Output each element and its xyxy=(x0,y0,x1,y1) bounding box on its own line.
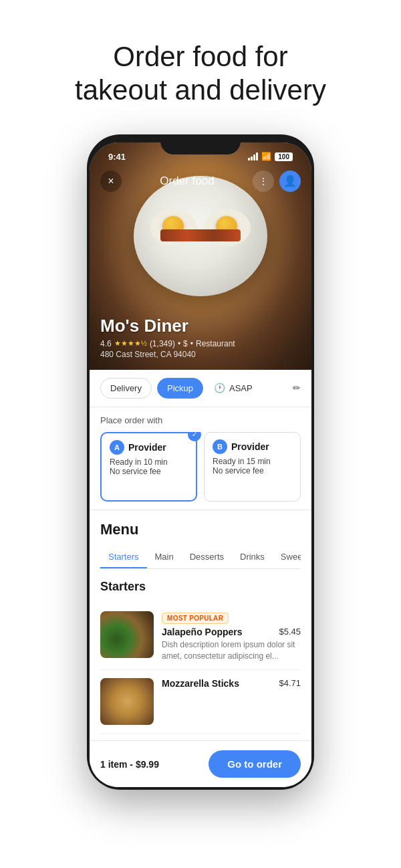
restaurant-rating: 4.6 xyxy=(100,339,112,348)
provider-b-ready: Ready in 15 min xyxy=(213,457,292,466)
tab-sweets[interactable]: Sweets & Treats xyxy=(273,546,301,568)
jalapeno-price: $5.45 xyxy=(279,627,301,637)
go-to-order-button[interactable]: Go to order xyxy=(209,750,301,778)
plate-visual xyxy=(134,176,267,296)
page-heading: Order food for takeout and delivery xyxy=(48,0,353,134)
provider-b-fee: No service fee xyxy=(213,466,292,475)
mozzarella-header: Mozzarella Sticks $4.71 xyxy=(162,678,301,691)
restaurant-category: Restaurant xyxy=(196,339,235,348)
clock-icon: 🕐 xyxy=(214,383,225,393)
review-count: (1,349) xyxy=(150,339,175,348)
top-bar-title: Order food xyxy=(160,175,214,188)
provider-a-fee: No service fee xyxy=(110,467,188,476)
tab-starters[interactable]: Starters xyxy=(100,546,147,568)
battery-icon: 100 xyxy=(275,152,293,161)
provider-a-ready: Ready in 10 min xyxy=(110,457,188,467)
more-options-button[interactable]: ⋮ xyxy=(253,171,274,192)
jalapeno-desc: Dish description lorem ipsum dolor sit a… xyxy=(162,639,301,662)
menu-item-mozzarella[interactable]: Mozzarella Sticks $4.71 xyxy=(100,670,301,734)
asap-section: 🕐 ASAP xyxy=(214,383,287,393)
providers-row: ✓ A Provider Ready in 10 min No service … xyxy=(100,432,301,502)
price-range: $ xyxy=(183,339,188,348)
mozzarella-info: Mozzarella Sticks $4.71 xyxy=(162,678,301,725)
menu-item-jalapeno[interactable]: MOST POPULAR Jalapeño Poppers $5.45 Dish… xyxy=(100,603,301,671)
jalapeno-info: MOST POPULAR Jalapeño Poppers $5.45 Dish… xyxy=(162,611,301,662)
profile-button[interactable]: 👤 xyxy=(279,171,301,192)
rating-stars: ★★★★½ xyxy=(114,339,147,348)
menu-section: Menu Starters Main Desserts Drinks Sweet… xyxy=(90,510,311,569)
pickup-tab[interactable]: Pickup xyxy=(157,378,203,399)
provider-a-header: A Provider xyxy=(110,440,188,455)
provider-b-badge: B xyxy=(213,439,227,454)
jalapeno-header: Jalapeño Poppers $5.45 xyxy=(162,627,301,639)
mozzarella-image xyxy=(100,678,154,725)
starters-section: Starters MOST POPULAR Jalapeño Poppers $… xyxy=(90,569,311,734)
mozzarella-image-bg xyxy=(100,678,154,725)
jalapeno-image-bg xyxy=(100,611,154,658)
asap-text: ASAP xyxy=(229,383,253,393)
menu-title: Menu xyxy=(100,521,301,538)
restaurant-name: Mo's Diner xyxy=(100,316,301,336)
top-bar-actions: ⋮ 👤 xyxy=(253,171,301,192)
provider-card-b[interactable]: B Provider Ready in 15 min No service fe… xyxy=(204,432,301,502)
content-area: Delivery Pickup 🕐 ASAP ✏ Place order wit… xyxy=(90,370,311,788)
signal-icon xyxy=(248,152,258,160)
selected-checkmark-icon: ✓ xyxy=(188,432,201,441)
separator-1: • xyxy=(178,339,180,348)
status-time: 9:41 xyxy=(108,152,126,162)
bacon-strip xyxy=(160,229,241,241)
more-icon: ⋮ xyxy=(259,176,268,187)
order-type-bar: Delivery Pickup 🕐 ASAP ✏ xyxy=(90,370,311,407)
menu-tabs: Starters Main Desserts Drinks Sweets & T… xyxy=(100,546,301,569)
provider-a-badge: A xyxy=(110,440,124,455)
top-navigation-bar: × Order food ⋮ 👤 xyxy=(90,171,311,192)
phone-notch xyxy=(160,134,241,154)
wifi-icon: 📶 xyxy=(261,152,271,161)
mozzarella-price: $4.71 xyxy=(279,678,301,688)
edit-icon[interactable]: ✏ xyxy=(293,383,301,393)
delivery-tab[interactable]: Delivery xyxy=(100,378,152,399)
separator-2: • xyxy=(190,339,193,348)
hero-image: 9:41 📶 100 xyxy=(90,142,311,370)
phone-screen: 9:41 📶 100 xyxy=(90,142,311,788)
provider-card-a[interactable]: ✓ A Provider Ready in 10 min No service … xyxy=(100,432,197,502)
provider-a-name: Provider xyxy=(128,442,166,453)
order-summary: 1 item - $9.99 xyxy=(100,759,159,770)
tab-main[interactable]: Main xyxy=(147,546,182,568)
bottom-bar: 1 item - $9.99 Go to order xyxy=(90,740,311,787)
status-icons: 📶 100 xyxy=(248,152,293,161)
phone-shell: 9:41 📶 100 xyxy=(87,134,314,790)
profile-icon: 👤 xyxy=(283,175,297,187)
provider-section: Place order with ✓ A Provider Ready in 1… xyxy=(90,407,311,510)
restaurant-meta: 4.6 ★★★★½ (1,349) • $ • Restaurant xyxy=(100,339,301,348)
tab-drinks[interactable]: Drinks xyxy=(232,546,273,568)
restaurant-address: 480 Cast Street, CA 94040 xyxy=(100,350,301,359)
provider-b-header: B Provider xyxy=(213,439,292,454)
popular-badge: MOST POPULAR xyxy=(162,613,229,624)
jalapeno-image xyxy=(100,611,154,658)
provider-b-name: Provider xyxy=(231,441,269,452)
tab-desserts[interactable]: Desserts xyxy=(182,546,232,568)
restaurant-info: Mo's Diner 4.6 ★★★★½ (1,349) • $ • Resta… xyxy=(100,316,301,359)
starters-section-title: Starters xyxy=(100,580,301,594)
provider-label: Place order with xyxy=(100,415,301,425)
mozzarella-name: Mozzarella Sticks xyxy=(162,678,239,689)
jalapeno-name: Jalapeño Poppers xyxy=(162,627,243,637)
close-button[interactable]: × xyxy=(100,171,122,192)
